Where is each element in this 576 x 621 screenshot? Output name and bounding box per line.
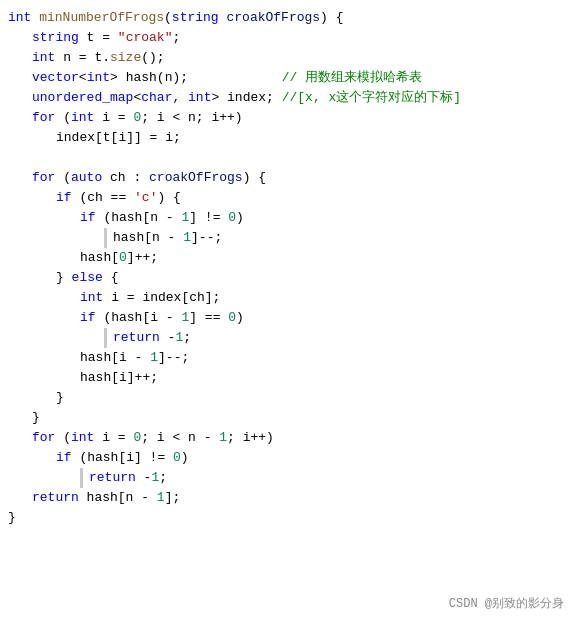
code-line-13: } else { bbox=[0, 268, 576, 288]
code-line-15: if (hash[i - 1 ] == 0 ) bbox=[0, 308, 576, 328]
code-line-1: int minNumberOfFrogs ( string croakOfFro… bbox=[0, 8, 576, 28]
code-line-10: if (hash[n - 1 ] != 0 ) bbox=[0, 208, 576, 228]
code-line-16: return - 1 ; bbox=[0, 328, 576, 348]
code-line-8: for ( auto ch : croakOfFrogs ) { bbox=[0, 168, 576, 188]
code-line-18: hash[i]++; bbox=[0, 368, 576, 388]
empty-line-1 bbox=[0, 148, 576, 168]
code-line-6: for ( int i = 0 ; i < n; i++) bbox=[0, 108, 576, 128]
code-editor: int minNumberOfFrogs ( string croakOfFro… bbox=[0, 0, 576, 621]
function-name: minNumberOfFrogs bbox=[39, 8, 164, 28]
line-bar-3 bbox=[80, 468, 83, 488]
line-bar bbox=[104, 228, 107, 248]
code-line-23: return - 1 ; bbox=[0, 468, 576, 488]
line-bar-2 bbox=[104, 328, 107, 348]
code-line-5: unordered_map < char , int > index; //[x… bbox=[0, 88, 576, 108]
code-line-2: string t = "croak" ; bbox=[0, 28, 576, 48]
code-line-3: int n = t. size (); bbox=[0, 48, 576, 68]
code-line-11: hash[n - 1 ]--; bbox=[0, 228, 576, 248]
code-line-24: return hash[n - 1 ]; bbox=[0, 488, 576, 508]
code-line-9: if (ch == 'c' ) { bbox=[0, 188, 576, 208]
code-line-25: } bbox=[0, 508, 576, 528]
keyword-int: int bbox=[8, 8, 31, 28]
code-line-17: hash[i - 1 ]--; bbox=[0, 348, 576, 368]
code-line-14: int i = index[ch]; bbox=[0, 288, 576, 308]
code-line-7: index[t[i]] = i; bbox=[0, 128, 576, 148]
code-line-21: for ( int i = 0 ; i < n - 1 ; i++) bbox=[0, 428, 576, 448]
code-line-22: if (hash[i] != 0 ) bbox=[0, 448, 576, 468]
footer-credit: CSDN @别致的影分身 bbox=[449, 595, 564, 613]
code-line-4: vector < int > hash(n); // 用数组来模拟哈希表 bbox=[0, 68, 576, 88]
code-line-12: hash[ 0 ]++; bbox=[0, 248, 576, 268]
code-line-20: } bbox=[0, 408, 576, 428]
code-line-19: } bbox=[0, 388, 576, 408]
